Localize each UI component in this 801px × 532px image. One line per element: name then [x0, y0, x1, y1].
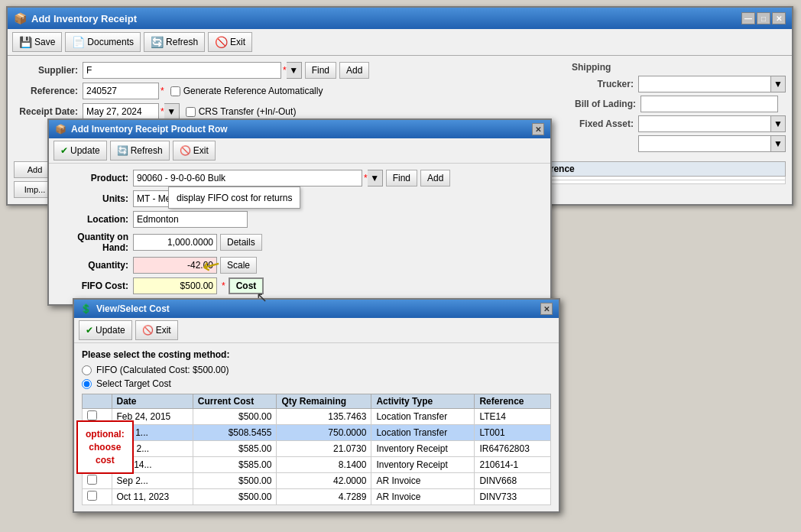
optional-callout: optional: choose cost [76, 420, 134, 474]
cost-row[interactable]: May 2... $585.00 21.0730 Inventory Recei… [83, 441, 551, 457]
cost-row[interactable]: Oct 11, 2023 $500.00 4.7289 AR Invoice D… [83, 489, 551, 505]
exit-icon: 🚫 [215, 36, 228, 48]
save-button[interactable]: 💾 Save [12, 32, 62, 52]
cost-dialog-titlebar: 💲 View/Select Cost ✕ [74, 300, 559, 318]
product-refresh-button[interactable]: 🔄 Refresh [110, 141, 170, 161]
refresh-button[interactable]: 🔄 Refresh [144, 32, 205, 52]
cost-content: Please select the costing method: FIFO (… [74, 343, 559, 511]
refresh-icon: 🔄 [151, 36, 164, 48]
supplier-input[interactable] [83, 62, 281, 79]
cost-row[interactable]: Jun 14... $585.00 8.1400 Inventory Recei… [83, 457, 551, 473]
cost-col-reference: Reference [475, 394, 551, 409]
main-window-title: Add Inventory Receipt [31, 13, 137, 24]
cost-row[interactable]: Sep 2... $500.00 42.0000 AR Invoice DINV… [83, 473, 551, 489]
supplier-row: Supplier: * ▼ Find Add [14, 62, 556, 79]
row-check-6[interactable] [87, 491, 97, 501]
product-dialog-toolbar: ✔ Update 🔄 Refresh 🚫 Exit [49, 138, 550, 164]
cost-update-icon: ✔ [86, 325, 93, 336]
trucker-input[interactable] [638, 76, 771, 92]
date-dropdown[interactable]: ▼ [164, 103, 180, 120]
qty-on-hand-input[interactable] [133, 234, 217, 251]
crs-transfer-checkbox[interactable] [186, 107, 196, 117]
product-add-button[interactable]: Add [420, 170, 450, 187]
cost-row[interactable]: ▶ Sep 1... $508.5455 750.0000 Location T… [83, 425, 551, 441]
main-window-icon: 📦 [14, 12, 27, 24]
cost-col-date: Date [112, 394, 193, 409]
details-button[interactable]: Details [220, 234, 262, 251]
crs-transfer-label: CRS Transfer (+In/-Out) [186, 106, 297, 117]
row-check-5[interactable] [87, 475, 97, 485]
qty-on-hand-row: Quantity on Hand: Details [57, 232, 543, 253]
reference-input[interactable] [83, 83, 159, 99]
quantity-row: Quantity: Scale [57, 257, 543, 274]
location-row: Location: [57, 211, 543, 228]
documents-button[interactable]: 📄 Documents [65, 32, 141, 52]
documents-icon: 📄 [72, 36, 85, 48]
cost-toolbar: ✔ Update 🚫 Exit [74, 318, 559, 343]
cost-exit-icon: 🚫 [142, 325, 154, 336]
cost-update-button[interactable]: ✔ Update [79, 320, 132, 340]
fifo-cost-input[interactable] [133, 277, 217, 294]
location-input[interactable] [133, 211, 248, 228]
cost-table: Date Current Cost Qty Remaining Activity… [82, 394, 551, 505]
supplier-find-button[interactable]: Find [305, 62, 336, 79]
product-dialog-close[interactable]: ✕ [532, 123, 544, 135]
target-option-row: Select Target Cost [82, 378, 551, 389]
trucker-dropdown[interactable]: ▼ [771, 76, 786, 92]
fifo-option-row: FIFO (Calculated Cost: $500.00) [82, 365, 551, 375]
product-form: Product: * ▼ Find Add Units: Location: Q… [49, 164, 550, 304]
product-name-row: Product: * ▼ Find Add [57, 170, 543, 187]
fifo-cost-row: FIFO Cost: * Cost [57, 277, 543, 294]
product-find-button[interactable]: Find [386, 170, 417, 187]
cost-exit-button[interactable]: 🚫 Exit [135, 320, 178, 340]
product-exit-button[interactable]: 🚫 Exit [173, 141, 216, 161]
cost-dialog-close[interactable]: ✕ [540, 303, 553, 315]
product-input[interactable] [133, 170, 362, 187]
generate-ref-checkbox[interactable] [170, 86, 180, 96]
supplier-dropdown[interactable]: ▼ [287, 62, 302, 79]
minimize-button[interactable]: — [741, 12, 755, 24]
col-header-po-reference: PO Reference [511, 162, 786, 177]
extra-shipping-dropdown[interactable]: ▼ [771, 135, 786, 152]
product-dropdown[interactable]: ▼ [368, 170, 383, 187]
product-dialog-icon: 📦 [55, 124, 66, 135]
update-icon: ✔ [60, 145, 68, 156]
receipt-date-input[interactable] [83, 103, 159, 120]
cost-col-current-cost: Current Cost [193, 394, 277, 409]
main-toolbar: 💾 Save 📄 Documents 🔄 Refresh 🚫 Exit [8, 29, 792, 56]
fifo-radio[interactable] [82, 365, 92, 375]
scale-button[interactable]: Scale [220, 257, 257, 274]
generate-ref-label: Generate Reference Automatically [170, 86, 323, 96]
product-exit-icon: 🚫 [180, 145, 191, 156]
fixed-asset-dropdown[interactable]: ▼ [771, 115, 786, 132]
cost-dialog-icon: 💲 [80, 303, 92, 314]
close-button[interactable]: ✕ [772, 12, 786, 24]
main-titlebar: 📦 Add Inventory Receipt — □ ✕ [8, 8, 792, 29]
cost-dialog: 💲 View/Select Cost ✕ ✔ Update 🚫 Exit Ple… [73, 298, 560, 513]
fixed-asset-input[interactable] [638, 115, 771, 132]
cost-row[interactable]: Feb 24, 2015 $500.00 135.7463 Location T… [83, 409, 551, 425]
bill-of-lading-input[interactable] [640, 96, 778, 112]
extra-shipping-input[interactable] [638, 135, 771, 152]
tooltip-callout: display FIFO cost for returns [168, 187, 300, 209]
supplier-add-button[interactable]: Add [339, 62, 369, 79]
product-update-button[interactable]: ✔ Update [54, 141, 107, 161]
save-icon: 💾 [19, 36, 32, 48]
target-radio[interactable] [82, 379, 92, 389]
maximize-button[interactable]: □ [757, 12, 770, 24]
cursor-pointer: ↖ [256, 289, 268, 306]
cost-col-qty-remaining: Qty Remaining [277, 394, 371, 409]
cost-col-activity: Activity Type [371, 394, 475, 409]
exit-button[interactable]: 🚫 Exit [208, 32, 252, 52]
receipt-date-row: Receipt Date: * ▼ CRS Transfer (+In/-Out… [14, 103, 556, 120]
reference-row: Reference: * Generate Reference Automati… [14, 83, 556, 99]
product-refresh-icon: 🔄 [117, 145, 128, 156]
product-dialog-titlebar: 📦 Add Inventory Receipt Product Row ✕ [49, 120, 550, 138]
product-row-dialog: 📦 Add Inventory Receipt Product Row ✕ ✔ … [47, 118, 552, 306]
cost-table-wrapper: Date Current Cost Qty Remaining Activity… [82, 394, 551, 505]
row-check-1[interactable] [87, 410, 97, 420]
cost-col-check [83, 394, 112, 409]
